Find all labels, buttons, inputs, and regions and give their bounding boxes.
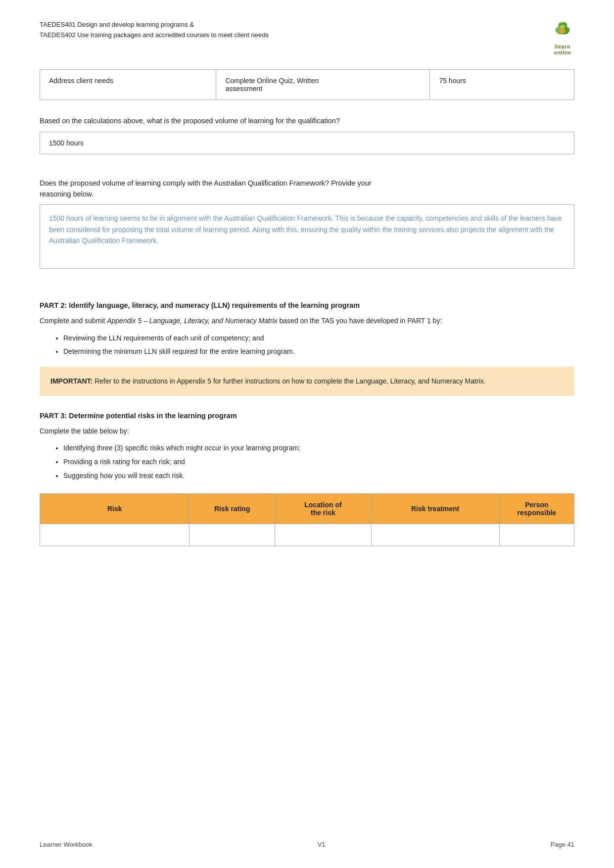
assessment-line1: Complete Online Quiz, Written xyxy=(225,77,421,85)
important-text: Refer to the instructions in Appendix 5 … xyxy=(93,377,485,385)
important-label: IMPORTANT: xyxy=(50,377,93,385)
risk-cell-1[interactable] xyxy=(40,524,189,546)
header-line1: TAEDES401 Design and develop learning pr… xyxy=(40,20,269,30)
q1-question: Based on the calculations above, what is… xyxy=(40,116,574,127)
part3-bullet-list: Identifying three (3) specific risks whi… xyxy=(40,442,574,482)
svg-point-6 xyxy=(561,29,564,32)
footer-right: Page 41 xyxy=(551,841,574,848)
part3-intro: Complete the table below by: xyxy=(40,426,574,436)
part2-body-italic: Appendix 5 – Language, Literacy, and Num… xyxy=(107,317,278,325)
part3-bullet-2: Providing a risk rating for each risk; a… xyxy=(63,456,574,468)
q2-question-line1: Does the proposed volume of learning com… xyxy=(40,179,372,187)
risk-rating-cell-1[interactable] xyxy=(189,524,275,546)
header-text: TAEDES401 Design and develop learning pr… xyxy=(40,20,269,41)
person-cell-1[interactable] xyxy=(499,524,574,546)
footer-left: Learner Workbook xyxy=(40,841,93,848)
part2-body-start: Complete and submit xyxy=(40,317,107,325)
page-footer: Learner Workbook V1 Page 41 xyxy=(40,841,574,848)
part2-body: Complete and submit Appendix 5 – Languag… xyxy=(40,315,574,326)
q1-answer[interactable]: 1500 hours xyxy=(40,132,574,154)
treatment-cell-1[interactable] xyxy=(371,524,499,546)
footer-center: V1 xyxy=(318,841,326,848)
part2-heading: PART 2: Identify language, literacy, and… xyxy=(40,301,574,309)
logo-label: ilearn online xyxy=(554,44,571,55)
part2-body-end: based on the TAS you have developed in P… xyxy=(278,317,442,325)
part3-heading: PART 3: Determine potential risks in the… xyxy=(40,412,574,420)
col-address-client-needs: Address client needs xyxy=(40,70,216,100)
part2-bullet-2: Determining the minimum LLN skill requir… xyxy=(63,346,574,358)
col-hours: 75 hours xyxy=(430,70,574,100)
part3-bullet-1: Identifying three (3) specific risks whi… xyxy=(63,442,574,454)
risk-rating-col-header: Risk rating xyxy=(189,494,275,524)
location-col-header: Location of the risk xyxy=(275,494,371,524)
header-line2: TAEDES402 Use training packages and accr… xyxy=(40,30,269,41)
part2-bullet-list: Reviewing the LLN requirements of each u… xyxy=(40,333,574,358)
logo-area: ilearn online xyxy=(551,20,574,55)
assessment-line2: assessment xyxy=(225,85,421,93)
page-header: TAEDES401 Design and develop learning pr… xyxy=(40,20,574,55)
client-needs-table: Address client needs Complete Online Qui… xyxy=(40,69,574,100)
part2-bullet-1: Reviewing the LLN requirements of each u… xyxy=(63,333,574,344)
risk-treatment-col-header: Risk treatment xyxy=(371,494,499,524)
q2-answer[interactable]: 1500 hours of learning seems to be in al… xyxy=(40,204,574,269)
risk-table: Risk Risk rating Location of the risk Ri… xyxy=(40,493,574,546)
logo-icon xyxy=(551,20,574,44)
part3-bullet-3: Suggesting how you will treat each risk. xyxy=(63,470,574,482)
location-cell-1[interactable] xyxy=(275,524,371,546)
page: TAEDES401 Design and develop learning pr… xyxy=(0,0,614,868)
risk-col-header: Risk xyxy=(40,494,189,524)
person-responsible-col-header: Person responsible xyxy=(499,494,574,524)
table-row: Address client needs Complete Online Qui… xyxy=(40,70,574,100)
risk-table-header-row: Risk Risk rating Location of the risk Ri… xyxy=(40,494,574,524)
col-assessment-type: Complete Online Quiz, Written assessment xyxy=(216,70,430,100)
q2-question-line2: reasoning below. xyxy=(40,190,94,198)
q2-question: Does the proposed volume of learning com… xyxy=(40,178,574,200)
important-box: IMPORTANT: Refer to the instructions in … xyxy=(40,367,574,395)
risk-table-row-1[interactable] xyxy=(40,524,574,546)
